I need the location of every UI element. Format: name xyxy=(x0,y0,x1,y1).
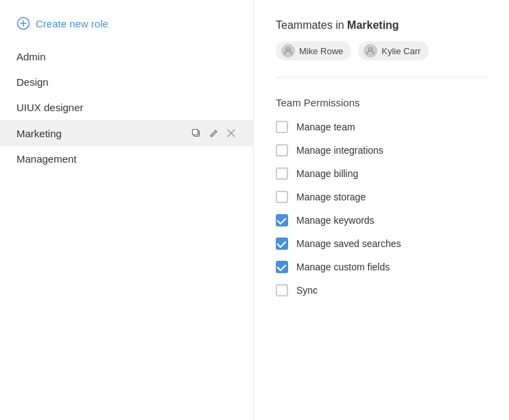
permission-item-manage-billing: Manage billing xyxy=(276,167,487,180)
edit-icon xyxy=(209,128,219,138)
checkbox-manage-keywords[interactable] xyxy=(276,214,288,226)
avatar xyxy=(281,44,295,58)
plus-circle-icon xyxy=(16,16,30,30)
teammate-name-mike: Mike Rowe xyxy=(299,46,343,56)
permissions-title: Team Permissions xyxy=(276,97,487,108)
role-label-management: Management xyxy=(16,153,237,165)
role-label-design: Design xyxy=(16,76,237,88)
permission-item-sync: Sync xyxy=(276,284,487,296)
avatar xyxy=(364,44,377,58)
permission-label-manage-integrations: Manage integrations xyxy=(296,145,383,156)
permission-label-manage-keywords: Manage keywords xyxy=(296,215,375,226)
copy-role-button[interactable] xyxy=(190,127,202,139)
checkbox-manage-saved-searches[interactable] xyxy=(276,237,288,250)
checkbox-manage-storage[interactable] xyxy=(276,191,288,203)
teammates-list: Mike Rowe Kylie Carr xyxy=(276,41,487,60)
checkbox-manage-billing[interactable] xyxy=(276,167,288,180)
checkbox-manage-integrations[interactable] xyxy=(276,144,288,156)
role-label-admin: Admin xyxy=(16,51,237,62)
role-item-admin[interactable]: Admin xyxy=(0,44,253,69)
teammate-badge-kylie: Kylie Carr xyxy=(358,41,429,60)
role-label-marketing: Marketing xyxy=(16,128,190,139)
permission-item-manage-keywords: Manage keywords xyxy=(276,214,487,226)
permission-label-sync: Sync xyxy=(296,285,318,296)
svg-rect-4 xyxy=(193,130,198,135)
role-label-uiux-designer: UIUX designer xyxy=(16,102,237,113)
permission-item-manage-saved-searches: Manage saved searches xyxy=(276,237,487,250)
checkbox-sync[interactable] xyxy=(276,284,288,296)
team-name: Marketing xyxy=(347,19,399,31)
teammates-section: Teammates in Marketing Mike Rowe Kylie C… xyxy=(276,19,487,78)
teammates-label: Teammates in xyxy=(276,19,347,31)
role-item-uiux-designer[interactable]: UIUX designer xyxy=(0,95,253,120)
permission-label-manage-custom-fields: Manage custom fields xyxy=(296,261,390,272)
permissions-section: Team Permissions Manage teamManage integ… xyxy=(276,97,487,296)
copy-icon xyxy=(191,128,201,138)
role-item-management[interactable]: Management xyxy=(0,146,253,172)
role-item-actions xyxy=(190,127,237,139)
permissions-list: Manage teamManage integrationsManage bil… xyxy=(276,121,487,296)
permission-label-manage-team: Manage team xyxy=(296,121,355,132)
left-panel: Create new role AdminDesignUIUX designer… xyxy=(0,0,254,420)
role-item-marketing[interactable]: Marketing xyxy=(0,120,253,146)
permission-item-manage-integrations: Manage integrations xyxy=(276,144,487,156)
close-icon xyxy=(227,129,235,137)
create-new-role-label: Create new role xyxy=(36,18,108,30)
teammate-name-kylie: Kylie Carr xyxy=(381,46,421,56)
checkbox-manage-team[interactable] xyxy=(276,121,288,133)
right-panel: Teammates in Marketing Mike Rowe Kylie C… xyxy=(254,0,509,420)
permission-item-manage-team: Manage team xyxy=(276,121,487,133)
edit-role-button[interactable] xyxy=(208,127,220,139)
permission-label-manage-storage: Manage storage xyxy=(296,191,366,202)
permission-item-manage-custom-fields: Manage custom fields xyxy=(276,261,487,273)
permission-label-manage-saved-searches: Manage saved searches xyxy=(296,238,401,249)
role-list: AdminDesignUIUX designerMarketing Manage… xyxy=(0,44,253,172)
teammate-badge-mike: Mike Rowe xyxy=(276,41,351,60)
teammates-title: Teammates in Marketing xyxy=(276,19,487,32)
checkbox-manage-custom-fields[interactable] xyxy=(276,261,288,273)
create-new-role-button[interactable]: Create new role xyxy=(0,16,253,44)
permission-label-manage-billing: Manage billing xyxy=(296,168,358,179)
delete-role-button[interactable] xyxy=(226,128,237,139)
permission-item-manage-storage: Manage storage xyxy=(276,191,487,203)
role-item-design[interactable]: Design xyxy=(0,69,253,95)
